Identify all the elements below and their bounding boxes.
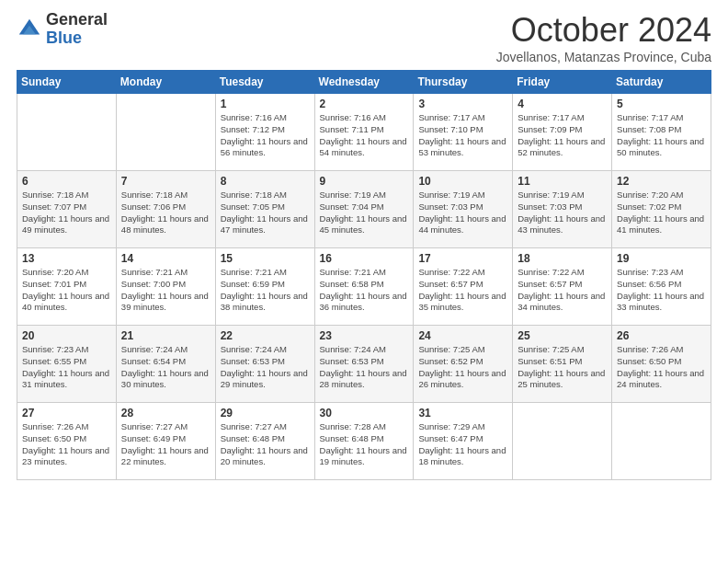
calendar-cell: 29Sunrise: 7:27 AMSunset: 6:48 PMDayligh…	[215, 403, 314, 480]
day-number: 12	[617, 175, 706, 188]
logo-blue: Blue	[46, 29, 82, 47]
calendar-cell: 11Sunrise: 7:19 AMSunset: 7:03 PMDayligh…	[513, 171, 612, 248]
day-info: Sunrise: 7:17 AMSunset: 7:09 PMDaylight:…	[518, 112, 607, 159]
calendar-week-3: 20Sunrise: 7:23 AMSunset: 6:55 PMDayligh…	[17, 326, 711, 403]
calendar-cell	[513, 403, 612, 480]
calendar-week-4: 27Sunrise: 7:26 AMSunset: 6:50 PMDayligh…	[17, 403, 711, 480]
day-number: 22	[221, 329, 310, 342]
day-number: 3	[418, 98, 507, 110]
calendar-week-0: 1Sunrise: 7:16 AMSunset: 7:12 PMDaylight…	[17, 94, 711, 171]
logo-text: General Blue	[46, 11, 108, 48]
col-header-monday: Monday	[116, 71, 215, 94]
day-number: 30	[320, 407, 409, 419]
calendar-cell	[17, 94, 117, 171]
day-info: Sunrise: 7:26 AMSunset: 6:50 PMDaylight:…	[617, 344, 706, 391]
day-number: 15	[221, 252, 310, 265]
calendar-cell: 1Sunrise: 7:16 AMSunset: 7:12 PMDaylight…	[215, 94, 314, 171]
day-info: Sunrise: 7:16 AMSunset: 7:12 PMDaylight:…	[221, 112, 310, 159]
col-header-thursday: Thursday	[414, 71, 513, 94]
day-number: 28	[121, 407, 210, 419]
day-number: 7	[121, 175, 210, 188]
calendar-cell: 4Sunrise: 7:17 AMSunset: 7:09 PMDaylight…	[513, 94, 612, 171]
day-number: 25	[518, 329, 607, 342]
day-info: Sunrise: 7:21 AMSunset: 7:00 PMDaylight:…	[121, 267, 210, 314]
calendar-cell: 17Sunrise: 7:22 AMSunset: 6:57 PMDayligh…	[414, 248, 513, 326]
calendar-cell: 22Sunrise: 7:24 AMSunset: 6:53 PMDayligh…	[215, 326, 314, 403]
month-title: October 2024	[496, 11, 711, 50]
day-number: 29	[221, 407, 310, 419]
calendar-cell: 21Sunrise: 7:24 AMSunset: 6:54 PMDayligh…	[116, 326, 215, 403]
day-number: 8	[221, 175, 310, 188]
calendar-cell: 23Sunrise: 7:24 AMSunset: 6:53 PMDayligh…	[314, 326, 414, 403]
day-info: Sunrise: 7:20 AMSunset: 7:01 PMDaylight:…	[22, 267, 111, 314]
day-info: Sunrise: 7:24 AMSunset: 6:53 PMDaylight:…	[320, 344, 409, 391]
day-number: 9	[320, 175, 409, 188]
calendar-cell: 15Sunrise: 7:21 AMSunset: 6:59 PMDayligh…	[215, 248, 314, 326]
calendar-cell: 10Sunrise: 7:19 AMSunset: 7:03 PMDayligh…	[414, 171, 513, 248]
day-number: 11	[518, 175, 607, 188]
calendar-cell: 26Sunrise: 7:26 AMSunset: 6:50 PMDayligh…	[612, 326, 711, 403]
col-header-saturday: Saturday	[612, 71, 711, 94]
calendar-cell: 18Sunrise: 7:22 AMSunset: 6:57 PMDayligh…	[513, 248, 612, 326]
day-info: Sunrise: 7:21 AMSunset: 6:58 PMDaylight:…	[320, 267, 409, 314]
day-info: Sunrise: 7:18 AMSunset: 7:07 PMDaylight:…	[22, 190, 111, 236]
day-info: Sunrise: 7:17 AMSunset: 7:10 PMDaylight:…	[418, 112, 507, 159]
calendar-cell: 24Sunrise: 7:25 AMSunset: 6:52 PMDayligh…	[414, 326, 513, 403]
calendar-cell: 16Sunrise: 7:21 AMSunset: 6:58 PMDayligh…	[314, 248, 414, 326]
day-info: Sunrise: 7:19 AMSunset: 7:03 PMDaylight:…	[518, 190, 607, 236]
day-number: 10	[418, 175, 507, 188]
day-number: 18	[518, 252, 607, 265]
calendar-cell: 3Sunrise: 7:17 AMSunset: 7:10 PMDaylight…	[414, 94, 513, 171]
calendar-cell: 14Sunrise: 7:21 AMSunset: 7:00 PMDayligh…	[116, 248, 215, 326]
logo-icon	[17, 17, 42, 42]
header: General Blue October 2024 Jovellanos, Ma…	[17, 11, 711, 64]
calendar-cell	[116, 94, 215, 171]
day-info: Sunrise: 7:25 AMSunset: 6:51 PMDaylight:…	[518, 344, 607, 391]
day-number: 4	[518, 98, 607, 110]
col-header-tuesday: Tuesday	[215, 71, 314, 94]
day-info: Sunrise: 7:27 AMSunset: 6:49 PMDaylight:…	[121, 421, 210, 468]
col-header-sunday: Sunday	[17, 71, 117, 94]
day-info: Sunrise: 7:19 AMSunset: 7:04 PMDaylight:…	[320, 190, 409, 236]
calendar-cell: 9Sunrise: 7:19 AMSunset: 7:04 PMDaylight…	[314, 171, 414, 248]
day-number: 24	[418, 329, 507, 342]
day-info: Sunrise: 7:23 AMSunset: 6:56 PMDaylight:…	[617, 267, 706, 314]
calendar-cell: 28Sunrise: 7:27 AMSunset: 6:49 PMDayligh…	[116, 403, 215, 480]
title-block: October 2024 Jovellanos, Matanzas Provin…	[496, 11, 711, 64]
day-number: 21	[121, 329, 210, 342]
day-number: 20	[22, 329, 111, 342]
day-number: 31	[418, 407, 507, 419]
calendar-cell: 7Sunrise: 7:18 AMSunset: 7:06 PMDaylight…	[116, 171, 215, 248]
calendar-week-2: 13Sunrise: 7:20 AMSunset: 7:01 PMDayligh…	[17, 248, 711, 326]
day-info: Sunrise: 7:28 AMSunset: 6:48 PMDaylight:…	[320, 421, 409, 468]
logo: General Blue	[17, 11, 108, 48]
day-number: 26	[617, 329, 706, 342]
day-info: Sunrise: 7:23 AMSunset: 6:55 PMDaylight:…	[22, 344, 111, 391]
calendar-cell: 12Sunrise: 7:20 AMSunset: 7:02 PMDayligh…	[612, 171, 711, 248]
calendar-cell: 30Sunrise: 7:28 AMSunset: 6:48 PMDayligh…	[314, 403, 414, 480]
day-number: 19	[617, 252, 706, 265]
day-info: Sunrise: 7:27 AMSunset: 6:48 PMDaylight:…	[221, 421, 310, 468]
calendar-cell	[612, 403, 711, 480]
day-info: Sunrise: 7:18 AMSunset: 7:06 PMDaylight:…	[121, 190, 210, 236]
day-info: Sunrise: 7:26 AMSunset: 6:50 PMDaylight:…	[22, 421, 111, 468]
day-number: 17	[418, 252, 507, 265]
page: General Blue October 2024 Jovellanos, Ma…	[0, 0, 728, 489]
day-number: 23	[320, 329, 409, 342]
day-number: 5	[617, 98, 706, 110]
location-subtitle: Jovellanos, Matanzas Province, Cuba	[496, 50, 711, 64]
day-info: Sunrise: 7:21 AMSunset: 6:59 PMDaylight:…	[221, 267, 310, 314]
day-number: 14	[121, 252, 210, 265]
col-header-wednesday: Wednesday	[314, 71, 414, 94]
day-number: 2	[320, 98, 409, 110]
day-number: 6	[22, 175, 111, 188]
day-number: 27	[22, 407, 111, 419]
day-info: Sunrise: 7:22 AMSunset: 6:57 PMDaylight:…	[518, 267, 607, 314]
logo-general: General	[46, 10, 108, 29]
day-info: Sunrise: 7:18 AMSunset: 7:05 PMDaylight:…	[221, 190, 310, 236]
day-info: Sunrise: 7:16 AMSunset: 7:11 PMDaylight:…	[320, 112, 409, 159]
calendar-cell: 27Sunrise: 7:26 AMSunset: 6:50 PMDayligh…	[17, 403, 117, 480]
day-number: 13	[22, 252, 111, 265]
day-info: Sunrise: 7:25 AMSunset: 6:52 PMDaylight:…	[418, 344, 507, 391]
calendar-cell: 8Sunrise: 7:18 AMSunset: 7:05 PMDaylight…	[215, 171, 314, 248]
